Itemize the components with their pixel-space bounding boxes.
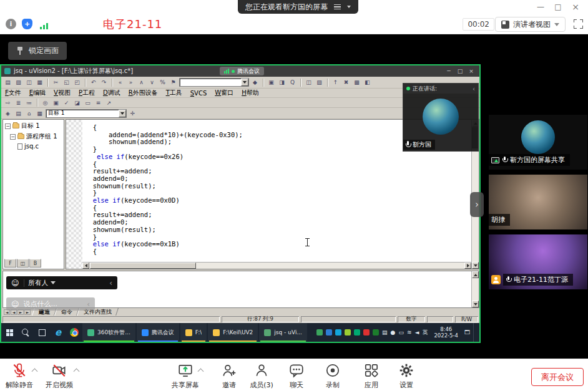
- toolbar-icon[interactable]: ▧: [14, 78, 23, 87]
- tray-app-icon[interactable]: [335, 329, 341, 335]
- target-combobox[interactable]: 目标 1: [46, 109, 127, 118]
- toolbar-icon[interactable]: ↶: [89, 78, 98, 87]
- taskbar-app-button[interactable]: jsq - uVi...: [259, 323, 307, 342]
- ide-close-button[interactable]: ×: [466, 68, 477, 74]
- taskbar-clock[interactable]: 8:46 2022-5-4: [431, 326, 461, 339]
- menu-item[interactable]: SVCS: [190, 90, 207, 97]
- chat-input-placeholder[interactable]: 说点什么...: [24, 299, 58, 309]
- unmute-button[interactable]: 解除静音: [1, 362, 37, 390]
- toolbar-icon[interactable]: ✂: [51, 78, 61, 87]
- show-desktop-button[interactable]: [473, 323, 477, 342]
- find-combobox[interactable]: [179, 78, 249, 87]
- settings-button[interactable]: 设置: [388, 362, 424, 390]
- edge-icon[interactable]: e: [50, 323, 66, 342]
- tray-system-icon[interactable]: ≋: [407, 329, 412, 335]
- toolbar-icon[interactable]: ✛: [128, 109, 137, 118]
- shared-screen[interactable]: jsq - uVision2 - [F:\上课\计算屏幕\jsq.c*] 腾讯会…: [0, 64, 481, 343]
- taskbar-app-button[interactable]: F:\: [180, 323, 207, 342]
- tray-app-icon[interactable]: [354, 329, 360, 335]
- tray-system-icon[interactable]: ◄: [414, 329, 419, 335]
- tray-system-icon[interactable]: ▤: [382, 329, 388, 335]
- project-tab[interactable]: F: [4, 259, 16, 268]
- toolbar-icon[interactable]: ◫: [304, 78, 313, 87]
- toolbar-icon[interactable]: ▦: [35, 109, 44, 118]
- members-button[interactable]: 成员(3): [243, 362, 280, 390]
- toolbar-icon[interactable]: «: [115, 78, 125, 87]
- toolbar-icon[interactable]: ∧: [137, 78, 146, 87]
- toolbar-icon[interactable]: Q: [288, 78, 297, 87]
- toolbar-icon[interactable]: ◨: [277, 78, 287, 87]
- share-options-caret[interactable]: [198, 368, 203, 373]
- ime-indicator[interactable]: 英: [422, 329, 428, 337]
- chat-button[interactable]: 聊天: [278, 362, 315, 390]
- lock-view-button[interactable]: 锁定画面: [8, 42, 67, 60]
- menu-item[interactable]: E编辑: [29, 89, 46, 97]
- toolbar-icon[interactable]: ↷: [99, 78, 109, 87]
- toolbar-icon[interactable]: ▣: [51, 99, 61, 107]
- toolbar-icon[interactable]: ↑: [331, 78, 340, 87]
- scroll-right-icon[interactable]: [464, 263, 471, 269]
- network-signal-icon[interactable]: [39, 19, 49, 29]
- ide-maximize-button[interactable]: □: [454, 68, 466, 74]
- output-vscrollbar[interactable]: [471, 271, 479, 307]
- maximize-button[interactable]: □: [549, 2, 567, 11]
- toolbar-icon[interactable]: ◫: [24, 78, 34, 87]
- banner-menu-icon[interactable]: [334, 4, 341, 10]
- menu-item[interactable]: V视图: [54, 89, 71, 97]
- tree-node-target[interactable]: − 目标 1: [3, 120, 64, 130]
- toolbar-icon[interactable]: ◈: [3, 109, 12, 118]
- taskbar-app-button[interactable]: 腾讯会议: [137, 323, 179, 342]
- menu-item[interactable]: R外围设备: [129, 89, 158, 97]
- tray-app-icon[interactable]: [326, 329, 332, 335]
- menu-item[interactable]: H帮助: [242, 89, 259, 97]
- toolbar-icon[interactable]: ↗: [104, 99, 114, 107]
- scroll-up-icon[interactable]: [472, 271, 479, 278]
- toolbar-icon[interactable]: »: [126, 78, 135, 87]
- toolbar-icon[interactable]: ◪: [72, 99, 82, 107]
- tray-app-icon[interactable]: [363, 329, 370, 335]
- toolbar-icon[interactable]: ⚑: [169, 78, 178, 87]
- toolbar-icon[interactable]: ≡: [94, 99, 103, 107]
- emoji-icon[interactable]: ☺: [11, 279, 19, 287]
- toolbar-icon[interactable]: ▩: [352, 78, 361, 87]
- tray-app-icon[interactable]: [316, 329, 323, 335]
- toolbar-icon[interactable]: ≣: [14, 99, 23, 107]
- mic-options-caret[interactable]: [32, 368, 37, 373]
- notification-icon[interactable]: 🗔: [464, 329, 470, 335]
- tree-expander-icon[interactable]: −: [10, 134, 16, 140]
- ide-minimize-button[interactable]: ─: [443, 68, 454, 74]
- start-button[interactable]: [1, 323, 17, 342]
- meeting-security-icon[interactable]: +: [22, 19, 32, 29]
- toolbar-icon[interactable]: ◆: [250, 78, 260, 87]
- toolbar-icon[interactable]: ◰: [72, 78, 82, 87]
- toolbar-icon[interactable]: ▭: [83, 99, 92, 107]
- project-tab[interactable]: B: [29, 259, 41, 268]
- toolbar-icon[interactable]: ◧: [363, 78, 372, 87]
- menu-item[interactable]: D调试: [103, 89, 120, 97]
- tray-system-icon[interactable]: ▭: [398, 329, 404, 335]
- sidebar-collapse-handle[interactable]: ›: [470, 192, 484, 217]
- toolbar-icon[interactable]: %: [158, 78, 167, 87]
- leave-meeting-button[interactable]: 离开会议: [531, 368, 584, 386]
- view-mode-button[interactable]: 演讲者视图: [495, 17, 566, 32]
- share-screen-button[interactable]: 共享屏幕: [167, 362, 203, 390]
- video-options-caret[interactable]: [74, 368, 79, 373]
- start-video-button[interactable]: 开启视频: [41, 362, 77, 390]
- toolbar-icon[interactable]: ✖: [341, 78, 351, 87]
- record-button[interactable]: 录制: [315, 362, 351, 390]
- search-icon[interactable]: [17, 323, 34, 342]
- chat-recipient-bar[interactable]: ☺ 所有人 ‹: [6, 276, 117, 289]
- tree-expander-icon[interactable]: −: [5, 123, 11, 129]
- collapse-icon[interactable]: ‹: [473, 85, 475, 92]
- chat-input-bar[interactable]: ☺ 说点什么... ‹: [6, 297, 95, 311]
- meeting-info-icon[interactable]: i: [6, 19, 16, 29]
- toolbar-icon[interactable]: ▤: [14, 109, 23, 118]
- invite-button[interactable]: 邀请: [211, 362, 247, 390]
- tray-app-icon[interactable]: [345, 329, 351, 335]
- toolbar-icon[interactable]: ∨: [147, 78, 157, 87]
- tree-node-file[interactable]: jsq.c: [3, 141, 64, 150]
- chevron-down-icon[interactable]: [119, 110, 126, 117]
- menu-item[interactable]: T工具: [166, 89, 182, 97]
- chrome-icon[interactable]: [66, 323, 82, 342]
- toolbar-icon[interactable]: ≔: [24, 99, 34, 107]
